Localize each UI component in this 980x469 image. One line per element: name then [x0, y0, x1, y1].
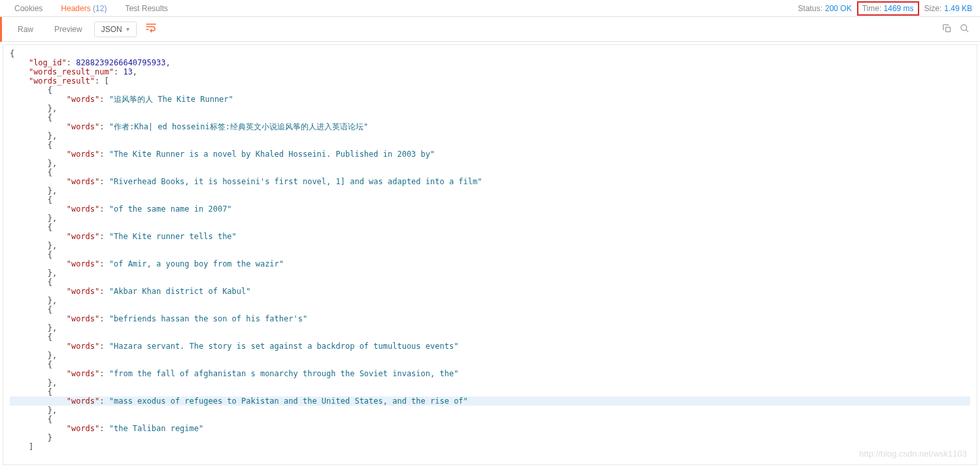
size-label: Size: — [924, 4, 942, 13]
tab-headers-count: (12) — [93, 4, 107, 13]
json-line: }, — [10, 351, 970, 360]
json-line: { — [10, 305, 970, 314]
tab-headers-label: Headers — [61, 4, 90, 13]
json-line: "words": "the Taliban regime" — [10, 424, 970, 433]
json-line: "words": "The Kite runner tells the" — [10, 232, 970, 241]
json-line: "words": "The Kite Runner is a novel by … — [10, 150, 970, 159]
time-highlight-box: Time: 1469 ms — [857, 1, 919, 16]
wrap-lines-icon[interactable] — [143, 21, 159, 37]
json-line: { — [10, 168, 970, 177]
json-line: { — [10, 49, 970, 58]
json-line: { — [10, 250, 970, 259]
json-line: "words": "Hazara servant. The story is s… — [10, 342, 970, 351]
tab-cookies[interactable]: Cookies — [5, 1, 52, 16]
json-line: }, — [10, 186, 970, 195]
json-line: } — [10, 433, 970, 442]
json-line: "words_result": [ — [10, 76, 970, 86]
json-line: }, — [10, 406, 970, 415]
json-line: }, — [10, 241, 970, 250]
json-line: "words": "作者:Kha| ed hosseini标签:经典英文小说追风… — [10, 122, 970, 131]
json-line: { — [10, 332, 970, 342]
json-line: "words": "from the fall of afghanistan s… — [10, 369, 970, 378]
json-line: }, — [10, 104, 970, 113]
json-line: "words": "Riverhead Books, it is hossein… — [10, 177, 970, 186]
json-line: "words": "mass exodus of refugees to Pak… — [10, 396, 970, 406]
svg-rect-0 — [946, 27, 951, 31]
chevron-down-icon: ▾ — [126, 25, 129, 33]
toolbar-right-icons — [942, 24, 975, 35]
json-line: }, — [10, 268, 970, 278]
json-line: { — [10, 223, 970, 232]
svg-point-1 — [961, 24, 967, 30]
time-value: 1469 ms — [884, 4, 914, 13]
json-line: }, — [10, 296, 970, 305]
json-line: }, — [10, 323, 970, 332]
time-label: Time: — [862, 4, 882, 13]
body-toolbar: Raw Preview JSON ▾ — [0, 17, 980, 42]
json-line: "words": "of Amir, a young boy from the … — [10, 259, 970, 268]
json-line: "words_result_num": 13, — [10, 67, 970, 76]
json-line: { — [10, 195, 970, 204]
preview-button[interactable]: Preview — [45, 22, 92, 37]
json-line: { — [10, 415, 970, 424]
response-tabs: Cookies Headers (12) Test Results Status… — [0, 0, 980, 17]
json-line: "words": "of the same name in 2007" — [10, 204, 970, 214]
json-line: "words": "befriends hassan the son of hi… — [10, 314, 970, 323]
json-line: }, — [10, 131, 970, 140]
tab-tests[interactable]: Test Results — [116, 1, 177, 16]
json-line: "words": "追风筝的人 The Kite Runner" — [10, 95, 970, 104]
json-response-body[interactable]: { "log_id": 8288239266640795933, "words_… — [3, 44, 977, 465]
json-line: }, — [10, 378, 970, 387]
json-line: "log_id": 8288239266640795933, — [10, 58, 970, 67]
json-line: }, — [10, 214, 970, 223]
copy-icon[interactable] — [942, 24, 952, 35]
json-line: { — [10, 86, 970, 95]
tab-headers[interactable]: Headers (12) — [52, 1, 116, 16]
format-dropdown[interactable]: JSON ▾ — [94, 22, 137, 37]
format-label: JSON — [101, 25, 122, 34]
raw-button[interactable]: Raw — [8, 22, 42, 37]
json-line: { — [10, 387, 970, 396]
json-line: { — [10, 113, 970, 122]
size-value: 1.49 KB — [944, 4, 972, 13]
status-value: 200 OK — [825, 4, 852, 13]
json-line: ] — [10, 442, 970, 451]
json-line: { — [10, 140, 970, 150]
json-line: { — [10, 360, 970, 369]
json-line: }, — [10, 159, 970, 168]
status-bar: Status: 200 OK Time: 1469 ms Size: 1.49 … — [798, 1, 980, 16]
active-tab-edge — [0, 17, 2, 42]
svg-line-2 — [966, 29, 968, 32]
json-line: { — [10, 278, 970, 287]
json-line: "words": "Akbar Khan district of Kabul" — [10, 287, 970, 296]
search-icon[interactable] — [960, 24, 970, 35]
status-label: Status: — [798, 4, 822, 13]
